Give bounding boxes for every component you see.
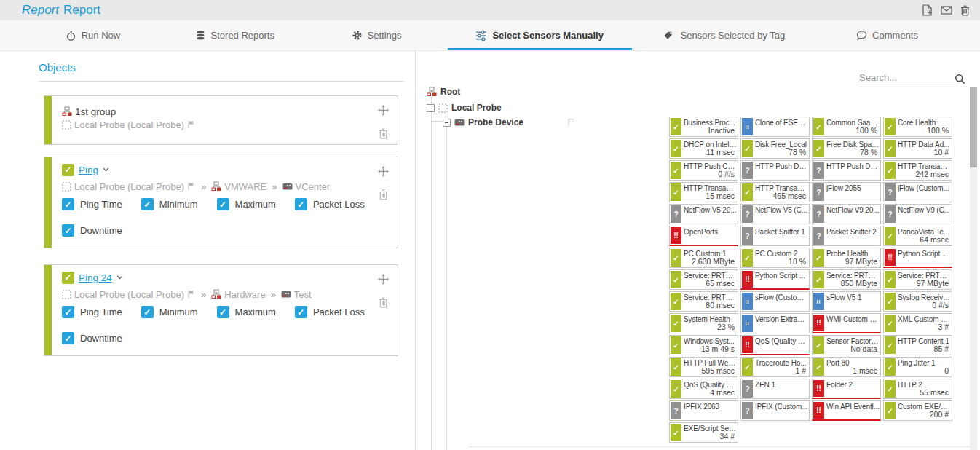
- channel-downtime[interactable]: ✓Downtime: [62, 224, 122, 237]
- channel-minimum[interactable]: ✓Minimum: [141, 306, 198, 318]
- sensor-tile[interactable]: ✓HTTP Content 185 #: [883, 335, 952, 355]
- collapse-toggle-icon[interactable]: [427, 104, 435, 112]
- sensor-tile[interactable]: ✓Probe Health97 MByte: [812, 248, 881, 268]
- sensor-tile[interactable]: ✓Custom EXE/S...200 #: [883, 400, 952, 421]
- sensor-tile[interactable]: ✓Syslog Receive...0 #/s: [883, 291, 952, 312]
- sensor-link[interactable]: Ping 24: [79, 272, 112, 283]
- add-report-icon[interactable]: [922, 4, 933, 16]
- sensor-tile[interactable]: ✓DHCP on Intel(...11 msec: [669, 138, 738, 159]
- tab-stored-reports[interactable]: Stored Reports: [164, 20, 306, 50]
- channel-maximum[interactable]: ✓Maximum: [217, 198, 276, 210]
- sensor-tile[interactable]: ?IPFIX 2063: [669, 400, 738, 421]
- search-input[interactable]: [859, 68, 947, 86]
- checkbox-checked-icon[interactable]: ✓: [141, 306, 154, 318]
- sensor-tile[interactable]: !!Folder 2: [812, 379, 881, 399]
- remove-object-button[interactable]: [379, 127, 388, 140]
- sensor-tile[interactable]: ✓HTTP Full Web...595 msec: [669, 357, 738, 377]
- scrollbar-track[interactable]: [970, 87, 977, 450]
- sensor-tile[interactable]: ?jFlow (Custom...: [883, 182, 952, 202]
- remove-object-button[interactable]: [379, 296, 388, 309]
- sensor-tile[interactable]: ✓PC Custom 12.630 MByte: [669, 248, 738, 268]
- sensor-tile[interactable]: ?ZEN 1: [740, 379, 810, 399]
- checkbox-checked-icon[interactable]: ✓: [217, 198, 229, 210]
- tab-select-sensors-manually[interactable]: Select Sensors Manually: [448, 20, 632, 50]
- tree-node-probe-device[interactable]: Probe Device: [443, 117, 576, 127]
- checkbox-checked-icon[interactable]: ✓: [217, 306, 229, 318]
- sensor-tile[interactable]: ✓HTTP Push Co...0 #/s: [669, 160, 738, 181]
- sensor-tile[interactable]: !!Python Script ...: [883, 248, 952, 268]
- collapse-toggle-icon[interactable]: [443, 119, 451, 127]
- checkbox-checked-icon[interactable]: ✓: [62, 306, 74, 318]
- sensor-tile[interactable]: ✓HTTP 255 msec: [883, 379, 952, 399]
- channel-maximum[interactable]: ✓Maximum: [217, 306, 276, 318]
- sensor-tile[interactable]: ?Packet Sniffer 2: [812, 226, 881, 246]
- sensor-tile[interactable]: ✓Common SaaS...100 %: [812, 117, 881, 137]
- sensor-tile[interactable]: ?NetFlow V9 20...: [812, 204, 881, 224]
- sensor-tile[interactable]: ✓HTTP Transact...465 msec: [740, 182, 810, 202]
- sensor-tile[interactable]: !!QoS (Quality of...: [740, 335, 810, 355]
- sensor-tile[interactable]: ✓Ping Jitter 10: [883, 357, 952, 377]
- sensor-tile[interactable]: ?NetFlow V9 (C...: [883, 204, 952, 224]
- channel-minimum[interactable]: ✓Minimum: [141, 198, 198, 210]
- checkbox-checked-icon[interactable]: ✓: [295, 198, 307, 210]
- chevron-down-icon[interactable]: [103, 167, 109, 172]
- sensor-tile[interactable]: ✓Service: PRTG ...97 MByte: [883, 269, 952, 290]
- sensor-tile[interactable]: IIClone of ESET ...: [740, 117, 810, 137]
- channel-ping-time[interactable]: ✓Ping Time: [62, 306, 122, 318]
- channel-downtime[interactable]: ✓Downtime: [62, 332, 122, 344]
- sensor-include-checkbox[interactable]: ✓: [62, 164, 74, 176]
- sensor-tile[interactable]: ✓Windows Syst...13 m 49 s: [669, 335, 738, 355]
- sensor-tile[interactable]: ?HTTP Push Da...: [740, 160, 810, 181]
- tab-run-now[interactable]: Run Now: [22, 20, 164, 50]
- sensor-tile[interactable]: ✓HTTP Transact...242 msec: [883, 160, 952, 181]
- sensor-tile[interactable]: ✓QoS (Quality of...4 msec: [669, 379, 738, 399]
- checkbox-checked-icon[interactable]: ✓: [295, 306, 307, 318]
- sensor-tile[interactable]: ✓Port 801 msec: [812, 357, 881, 377]
- sensor-tile[interactable]: IIsFlow (Custom...: [740, 291, 810, 312]
- tab-settings[interactable]: Settings: [306, 20, 448, 50]
- sensor-tile[interactable]: ✓Traceroute Ho...1 #: [740, 357, 810, 377]
- email-report-icon[interactable]: [941, 6, 952, 15]
- checkbox-checked-icon[interactable]: ✓: [62, 224, 74, 237]
- channel-packet-loss[interactable]: ✓Packet Loss: [295, 306, 365, 318]
- sensor-tile[interactable]: ?IPFIX (Custom...: [740, 400, 810, 421]
- sensor-link[interactable]: Ping: [79, 165, 98, 175]
- sensor-tile[interactable]: ?NetFlow V5 (C...: [740, 204, 810, 224]
- sensor-tile[interactable]: ✓Sensor Factory...No data: [812, 335, 881, 355]
- tree-node-root[interactable]: Root: [427, 87, 460, 97]
- sensor-tile[interactable]: ✓PC Custom 218 %: [740, 248, 810, 268]
- checkbox-checked-icon[interactable]: ✓: [62, 332, 74, 344]
- move-handle[interactable]: [378, 103, 389, 117]
- move-handle[interactable]: [378, 165, 389, 178]
- remove-object-button[interactable]: [379, 188, 388, 201]
- delete-report-icon[interactable]: [960, 5, 970, 16]
- sensor-tile[interactable]: ✓PaneaVista Te...64 msec: [883, 226, 952, 246]
- chevron-down-icon[interactable]: [116, 275, 123, 280]
- sensor-tile[interactable]: ✓XML Custom E...3 #: [883, 313, 952, 333]
- scrollbar-thumb[interactable]: [970, 87, 977, 167]
- sensor-tile[interactable]: !!WMI Custom S...: [812, 313, 881, 333]
- sensor-tile[interactable]: !!Win API Eventl...: [812, 400, 881, 421]
- sensor-tile[interactable]: ✓HTTP Data Ad...10 #: [883, 138, 952, 159]
- search-icon[interactable]: [955, 72, 965, 85]
- checkbox-checked-icon[interactable]: ✓: [141, 198, 154, 210]
- sensor-tile[interactable]: ?jFlow 2055: [812, 182, 881, 202]
- tab-comments[interactable]: Comments: [816, 20, 958, 50]
- sensor-tile[interactable]: !!OpenPorts: [669, 226, 738, 246]
- tab-sensors-selected-by-tag[interactable]: Sensors Selected by Tag: [632, 20, 816, 50]
- sensor-tile[interactable]: ✓Core Health100 %: [883, 117, 952, 137]
- sensor-tile[interactable]: !!Python Script ...: [740, 269, 810, 290]
- tree-node-local-probe[interactable]: Local Probe: [427, 103, 502, 113]
- sensor-include-checkbox[interactable]: ✓: [62, 272, 74, 284]
- sensor-tile[interactable]: ?NetFlow V5 20...: [669, 204, 738, 224]
- channel-packet-loss[interactable]: ✓Packet Loss: [295, 198, 365, 210]
- sensor-tile[interactable]: IIsFlow V5 1: [812, 291, 881, 312]
- sensor-tile[interactable]: ✓HTTP Transact...15 msec: [669, 182, 738, 202]
- channel-ping-time[interactable]: ✓Ping Time: [62, 198, 122, 210]
- sensor-tile[interactable]: ✓EXE/Script Sen...34 #: [669, 422, 738, 443]
- sensor-tile[interactable]: ✓Business Proc...Inactive: [669, 117, 738, 137]
- sensor-tile[interactable]: ✓Service: PRTG ...80 msec: [669, 291, 738, 312]
- sensor-tile[interactable]: ✓Service: PRTG ...850 MByte: [812, 269, 881, 290]
- sensor-tile[interactable]: ?HTTP Push Da...: [812, 160, 881, 181]
- sensor-tile[interactable]: ✓Free Disk Spac...78 %: [812, 138, 881, 159]
